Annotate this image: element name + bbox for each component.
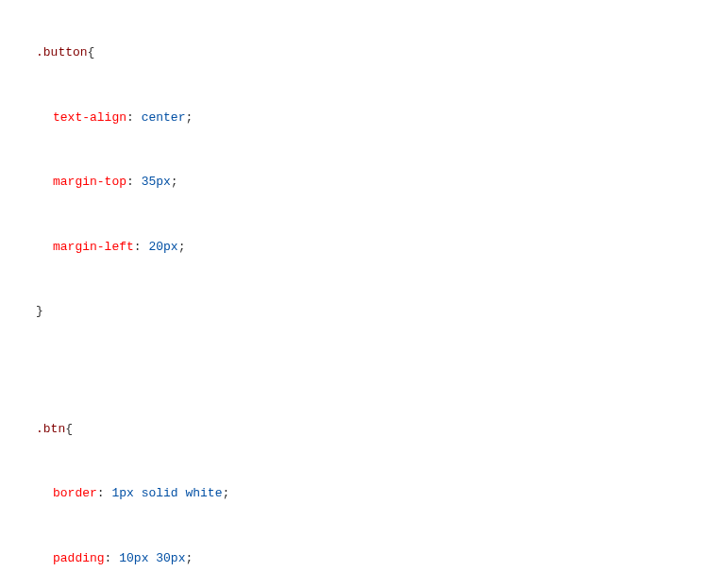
value: 1px solid white — [111, 486, 222, 500]
declaration: text-align: center; — [19, 109, 688, 127]
close-brace: } — [36, 304, 43, 318]
declaration: border: 1px solid white; — [19, 484, 688, 503]
rule-1-open: .button{ — [19, 43, 688, 62]
rule-2-open: .btn{ — [19, 420, 688, 439]
declaration: padding: 10px 30px; — [19, 549, 688, 568]
value: center — [142, 110, 186, 125]
prop: text-align — [53, 110, 126, 125]
open-brace: { — [88, 45, 95, 59]
value: 35px — [142, 175, 171, 189]
prop: margin-left — [53, 240, 134, 254]
blank-line — [19, 366, 688, 381]
selector: .btn — [36, 422, 65, 436]
value: 10px 30px — [119, 551, 185, 565]
declaration: margin-top: 35px; — [19, 173, 688, 192]
open-brace: { — [65, 422, 73, 436]
value: 20px — [148, 240, 177, 254]
prop: border — [53, 486, 97, 500]
rule-1-close: } — [19, 302, 688, 321]
css-code-block: .button{ text-align: center; margin-top:… — [19, 6, 688, 588]
declaration: margin-left: 20px; — [19, 238, 688, 257]
prop: padding — [53, 551, 105, 565]
prop: margin-top — [53, 175, 126, 189]
selector: .button — [36, 45, 88, 59]
